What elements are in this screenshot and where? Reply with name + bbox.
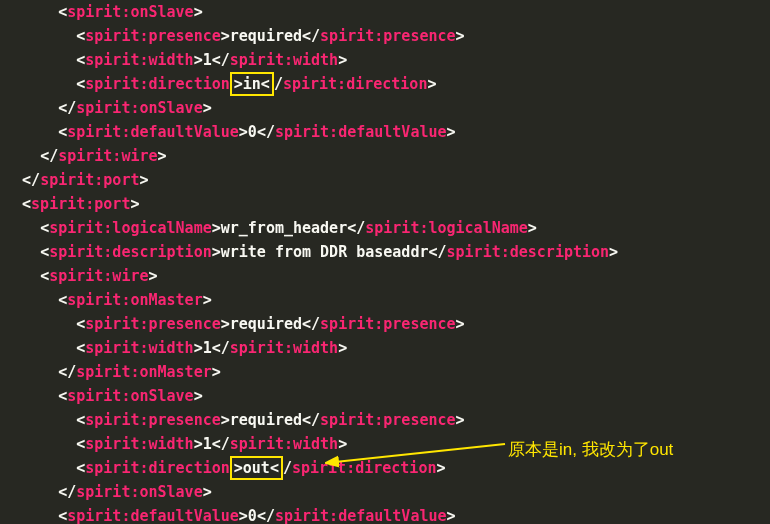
tag-onslave-open-2: spirit:onSlave bbox=[67, 387, 193, 405]
tag-defaultvalue-close-2: spirit:defaultValue bbox=[275, 507, 447, 524]
tag-width-open-2: spirit:width bbox=[85, 339, 193, 357]
tag-width-open-1: spirit:width bbox=[85, 51, 193, 69]
tag-onmaster-close: spirit:onMaster bbox=[76, 363, 211, 381]
tag-presence-open-3: spirit:presence bbox=[85, 411, 220, 429]
text-width-3: 1 bbox=[203, 435, 212, 453]
tag-description-close: spirit:description bbox=[447, 243, 610, 261]
text-defaultvalue-1: 0 bbox=[248, 123, 257, 141]
text-required-1: required bbox=[230, 27, 302, 45]
tag-direction-open-1: spirit:direction bbox=[85, 75, 230, 93]
text-logicalname: wr_from_header bbox=[221, 219, 347, 237]
highlight-in: >in< bbox=[230, 72, 274, 96]
tag-presence-close-1: spirit:presence bbox=[320, 27, 455, 45]
tag-wire-open-2: spirit:wire bbox=[49, 267, 148, 285]
text-description: write from DDR baseaddr bbox=[221, 243, 429, 261]
tag-description-open: spirit:description bbox=[49, 243, 212, 261]
tag-defaultvalue-open-1: spirit:defaultValue bbox=[67, 123, 239, 141]
text-width-1: 1 bbox=[203, 51, 212, 69]
text-width-2: 1 bbox=[203, 339, 212, 357]
tag-direction-close-1: spirit:direction bbox=[283, 75, 428, 93]
tag-presence-close-3: spirit:presence bbox=[320, 411, 455, 429]
annotation-text: 原本是in, 我改为了out bbox=[508, 438, 673, 462]
text-required-2: required bbox=[230, 315, 302, 333]
tag-width-close-3: spirit:width bbox=[230, 435, 338, 453]
tag-logicalname-close: spirit:logicalName bbox=[365, 219, 528, 237]
tag-port-open-2: spirit:port bbox=[31, 195, 130, 213]
highlight-out: >out< bbox=[230, 456, 283, 480]
tag-width-open-3: spirit:width bbox=[85, 435, 193, 453]
tag-presence-open-1: spirit:presence bbox=[85, 27, 220, 45]
tag-onmaster-open: spirit:onMaster bbox=[67, 291, 202, 309]
text-required-3: required bbox=[230, 411, 302, 429]
tag-direction-close-2: spirit:direction bbox=[292, 459, 437, 477]
text-defaultvalue-2: 0 bbox=[248, 507, 257, 524]
tag-defaultvalue-close-1: spirit:defaultValue bbox=[275, 123, 447, 141]
tag-presence-close-2: spirit:presence bbox=[320, 315, 455, 333]
tag-wire-close-1: spirit:wire bbox=[58, 147, 157, 165]
tag-width-close-1: spirit:width bbox=[230, 51, 338, 69]
tag-width-close-2: spirit:width bbox=[230, 339, 338, 357]
tag-defaultvalue-open-2: spirit:defaultValue bbox=[67, 507, 239, 524]
tag-presence-open-2: spirit:presence bbox=[85, 315, 220, 333]
tag-logicalname-open: spirit:logicalName bbox=[49, 219, 212, 237]
tag-port-close-1: spirit:port bbox=[40, 171, 139, 189]
tag-onslave-close-2: spirit:onSlave bbox=[76, 483, 202, 501]
tag-direction-open-2: spirit:direction bbox=[85, 459, 230, 477]
tag-onslave-open-1: spirit:onSlave bbox=[67, 3, 193, 21]
tag-onslave-close-1: spirit:onSlave bbox=[76, 99, 202, 117]
